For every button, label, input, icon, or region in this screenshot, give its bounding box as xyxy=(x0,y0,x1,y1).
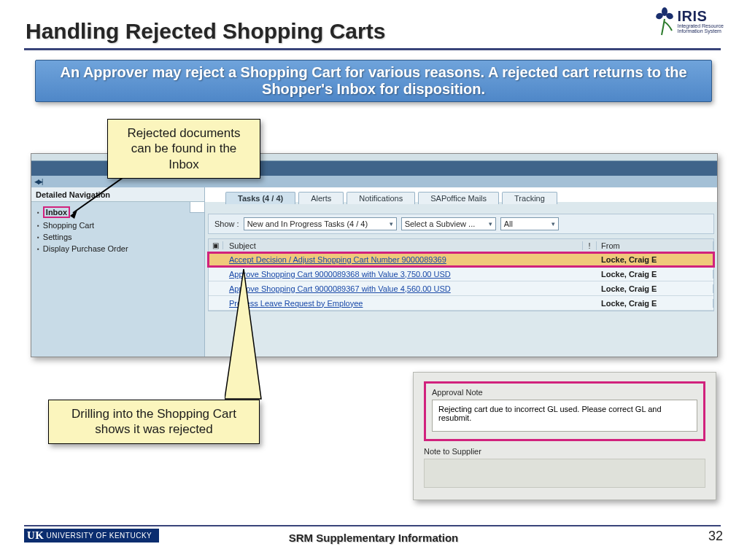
sap-tabbar: Tasks (4 / 4) Alerts Notifications SAPof… xyxy=(225,192,557,204)
iris-logo: IRIS Integrated Resource Information Sys… xyxy=(654,6,724,36)
footer-title: SRM Supplementary Information xyxy=(0,532,747,544)
grid-header: ▣ Subject ! From xyxy=(209,239,713,252)
callout-inbox: Rejected documents can be found in the I… xyxy=(107,119,260,179)
sap-inbox-panel: ◀▶| Detailed Navigation Inbox Shopping C… xyxy=(31,153,718,357)
task-subject-link[interactable]: Accept Decision / Adjust Shopping Cart N… xyxy=(229,255,446,264)
show-filter-row: Show : New and In Progress Tasks (4 / 4)… xyxy=(208,214,714,234)
note-to-supplier-box xyxy=(424,459,705,488)
sap-left-nav: Detailed Navigation Inbox Shopping Cart … xyxy=(31,187,205,357)
grid-select-header-icon[interactable]: ▣ xyxy=(209,241,223,249)
grid-priority-header[interactable]: ! xyxy=(582,241,597,250)
show-tasks-dropdown[interactable]: New and In Progress Tasks (4 / 4) xyxy=(244,217,397,230)
task-row[interactable]: Approve Shopping Cart 9000089367 with Va… xyxy=(209,281,713,296)
sap-work-area: Tasks (4 / 4) Alerts Notifications SAPof… xyxy=(205,187,717,357)
task-row[interactable]: Process Leave Request by Employee Locke,… xyxy=(209,296,713,311)
iris-logo-sub1: Integrated Resource xyxy=(678,23,724,28)
task-from: Locke, Craig E xyxy=(597,284,713,293)
iris-logo-text: IRIS xyxy=(678,9,724,23)
tasks-grid: ▣ Subject ! From Accept Decision / Adjus… xyxy=(208,238,714,311)
subview-dropdown[interactable]: Select a Subview ... xyxy=(401,217,496,230)
task-subject-link[interactable]: Approve Shopping Cart 9000089368 with Va… xyxy=(229,270,451,279)
task-row[interactable]: Approve Shopping Cart 9000089368 with Va… xyxy=(209,267,713,281)
detailed-navigation-header: Detailed Navigation xyxy=(31,187,204,202)
task-from: Locke, Craig E xyxy=(597,299,713,308)
tab-notifications[interactable]: Notifications xyxy=(347,192,415,204)
tab-alerts[interactable]: Alerts xyxy=(298,192,344,204)
task-from: Locke, Craig E xyxy=(597,270,713,279)
page-number: 32 xyxy=(708,529,723,544)
approval-note-text: Rejecting cart due to incorrect GL used.… xyxy=(432,400,697,432)
footer-line xyxy=(24,525,721,526)
tab-sapoffice-mails[interactable]: SAPoffice Mails xyxy=(418,192,499,204)
nav-item-shopping-cart[interactable]: Shopping Cart xyxy=(34,219,204,231)
task-subject-link[interactable]: Approve Shopping Cart 9000089367 with Va… xyxy=(229,284,451,293)
slide-title: Handling Rejected Shopping Carts xyxy=(26,19,385,44)
callout-drilldown: Drilling into the Shopping Cart shows it… xyxy=(48,400,260,444)
tab-tracking[interactable]: Tracking xyxy=(502,192,557,204)
nav-item-inbox[interactable]: Inbox xyxy=(34,205,204,219)
iris-logo-sub2: Information System xyxy=(678,28,724,34)
note-to-supplier-label: Note to Supplier xyxy=(424,447,705,456)
nav-item-display-po[interactable]: Display Purchase Order xyxy=(34,243,204,254)
all-dropdown[interactable]: All xyxy=(500,217,559,230)
task-from: Locke, Craig E xyxy=(597,255,713,264)
grid-from-header[interactable]: From xyxy=(597,241,713,250)
info-banner-text: An Approver may reject a Shopping Cart f… xyxy=(50,64,697,98)
approval-note-panel: Approval Note Rejecting cart due to inco… xyxy=(413,372,716,500)
grid-subject-header[interactable]: Subject xyxy=(223,241,582,250)
approval-note-highlight: Approval Note Rejecting cart due to inco… xyxy=(424,381,705,441)
iris-flower-icon xyxy=(654,6,675,36)
task-subject-link[interactable]: Process Leave Request by Employee xyxy=(229,299,363,308)
tab-tasks[interactable]: Tasks (4 / 4) xyxy=(225,192,295,204)
info-banner: An Approver may reject a Shopping Cart f… xyxy=(35,60,712,102)
nav-item-settings[interactable]: Settings xyxy=(34,231,204,243)
title-underline xyxy=(24,48,721,50)
task-row[interactable]: Accept Decision / Adjust Shopping Cart N… xyxy=(209,252,713,267)
approval-note-label: Approval Note xyxy=(432,388,697,397)
sap-nav-arrows-icon[interactable]: ◀▶| xyxy=(34,178,42,185)
show-label: Show : xyxy=(214,219,239,228)
nav-inbox-highlight: Inbox xyxy=(43,206,70,218)
